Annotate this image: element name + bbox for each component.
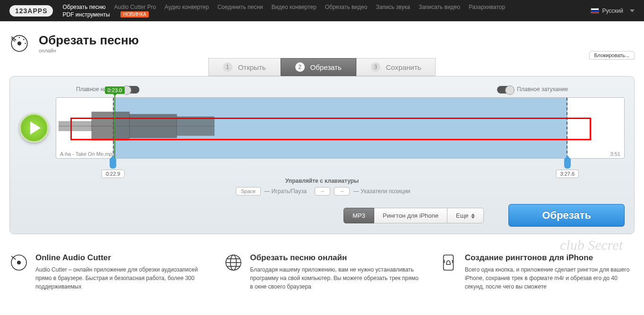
nav-cut-video[interactable]: Обрезать видео — [325, 4, 368, 10]
features: Online Audio CutterAudio Cutter – онлайн… — [0, 234, 644, 296]
end-marker[interactable] — [564, 158, 571, 169]
track-name: A-ha - Take On Me.mp3 — [60, 151, 115, 157]
svg-point-3 — [23, 39, 25, 40]
svg-point-4 — [25, 43, 26, 44]
steps: 1Открыть 2Обрезать 3Сохранить — [9, 58, 635, 76]
waveform[interactable]: 0:23.0 A-ha - Take On Me.mp3 3:51 0:22.9… — [56, 97, 625, 159]
feature-text: Всего одна кнопка, и приложение сделает … — [465, 265, 635, 291]
step-cut[interactable]: 2Обрезать — [281, 58, 356, 76]
feature-title: Обрезать песню онлайн — [250, 253, 420, 263]
svg-point-2 — [19, 37, 20, 38]
top-nav: 123APPS Обрезать песню Audio Cutter Pro … — [0, 0, 644, 21]
page-subtitle: онлайн — [39, 48, 139, 53]
step-save[interactable]: 3Сохранить — [356, 58, 436, 76]
svg-point-11 — [17, 261, 21, 264]
svg-rect-17 — [443, 255, 453, 270]
cut-button[interactable]: Обрезать — [508, 204, 625, 227]
language-label: Русский — [602, 8, 623, 14]
feature-text: Благодаря нашему приложению, вам не нужн… — [250, 265, 420, 291]
nav-record-audio[interactable]: Запись звука — [376, 4, 410, 10]
playhead-time: 0:23.0 — [105, 86, 125, 94]
format-row: MP3 Рингтон для iPhone Еще Обрезать — [19, 204, 625, 227]
page-title: Обрезать песню — [39, 33, 139, 48]
bell-phone-icon — [439, 253, 458, 272]
editor-panel: Плавное начало Плавное затухание — [9, 76, 635, 234]
logo[interactable]: 123APPS — [9, 5, 53, 17]
nav-join-songs[interactable]: Соединить песни — [217, 4, 263, 10]
fade-out-toggle[interactable] — [497, 86, 514, 94]
updown-icon — [471, 213, 475, 219]
format-more[interactable]: Еще — [447, 208, 484, 223]
step-open[interactable]: 1Открыть — [208, 58, 281, 76]
page-header: Обрезать песню онлайн — [0, 21, 644, 58]
chevron-down-icon — [630, 9, 635, 12]
play-icon — [30, 121, 41, 135]
track-duration: 3:51 — [610, 151, 620, 157]
nav-cut-song[interactable]: Обрезать песню — [62, 4, 105, 10]
flag-icon — [591, 8, 599, 14]
playhead[interactable]: 0:23.0 — [114, 92, 115, 158]
highlight-box — [70, 118, 591, 140]
start-time: 0:22.9 — [102, 170, 125, 178]
end-time: 3:27.6 — [556, 170, 579, 178]
feature-title: Создание рингтонов для iPhone — [465, 253, 635, 263]
format-ringtone[interactable]: Рингтон для iPhone — [374, 208, 447, 223]
nav-video-converter[interactable]: Видео конвертер — [272, 4, 317, 10]
feature-title: Online Audio Cutter — [35, 253, 205, 263]
format-mp3[interactable]: MP3 — [343, 208, 374, 223]
keyboard-hints: Управляйте с клавиатуры Space — Играть/П… — [19, 178, 625, 196]
key-space: Space — [236, 187, 261, 196]
nav-row-2: PDF инструменты НОВИНКА — [62, 11, 505, 18]
start-marker[interactable] — [110, 158, 116, 169]
nav-pdf-tools[interactable]: PDF инструменты — [62, 11, 110, 18]
language-selector[interactable]: Русский — [591, 8, 635, 14]
feature-text: Audio Cutter – онлайн приложение для обр… — [35, 265, 205, 291]
new-badge: НОВИНКА — [120, 11, 149, 17]
nav-record-video[interactable]: Записать видео — [419, 4, 460, 10]
block-button[interactable]: Блокировать... — [589, 51, 635, 60]
nav-row-1: Обрезать песню Audio Cutter Pro Аудио ко… — [62, 4, 505, 10]
fade-out-control: Плавное затухание — [494, 86, 568, 94]
nav-audio-cutter-pro[interactable]: Audio Cutter Pro — [114, 4, 156, 10]
nav-archiver[interactable]: Разархиватор — [469, 4, 505, 10]
nav-audio-converter[interactable]: Аудио конвертер — [164, 4, 209, 10]
key-right: → — [334, 187, 350, 196]
play-button[interactable] — [19, 113, 49, 143]
key-left: ← — [315, 187, 330, 196]
fade-in-toggle[interactable] — [122, 86, 139, 94]
globe-icon — [224, 253, 243, 272]
cd-icon — [9, 253, 28, 272]
svg-point-1 — [17, 41, 21, 45]
cd-icon — [9, 34, 29, 53]
